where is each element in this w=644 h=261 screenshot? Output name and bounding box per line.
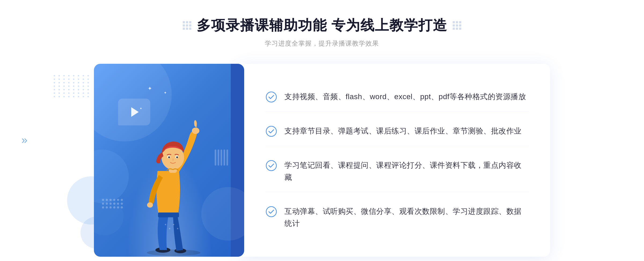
header-decorators: 多项录播课辅助功能 专为线上教学打造 — [183, 16, 461, 35]
feature-text-3: 学习笔记回看、课程提问、课程评论打分、课件资料下载，重点内容收藏 — [284, 159, 529, 184]
deco-circle-1 — [94, 150, 129, 203]
chevron-left-decoration: » — [21, 134, 27, 146]
svg-point-8 — [168, 156, 170, 158]
svg-point-12 — [165, 224, 166, 225]
feature-item-4: 互动弹幕、试听购买、微信分享、观看次数限制、学习进度跟踪、数据统计 — [266, 197, 529, 238]
check-icon-2 — [266, 126, 277, 137]
feature-text-4: 互动弹幕、试听购买、微信分享、观看次数限制、学习进度跟踪、数据统计 — [284, 206, 529, 230]
check-icon-4 — [266, 206, 277, 217]
check-icon-3 — [266, 160, 277, 171]
feature-item-3: 学习笔记回看、课程提问、课程评论打分、课件资料下载，重点内容收藏 — [266, 151, 529, 192]
svg-point-18 — [266, 161, 276, 171]
page-wrapper: document.write(Array(56).fill('<span cla… — [0, 0, 644, 261]
sparkle-2: ✦ — [164, 91, 167, 95]
svg-point-19 — [266, 207, 276, 217]
left-grid-decorator — [183, 21, 191, 30]
check-icon-1 — [266, 91, 277, 103]
feature-text-2: 支持章节目录、弹题考试、课后练习、课后作业、章节测验、批改作业 — [284, 125, 522, 137]
illustration-card: ✦ ✦ ✦ — [94, 64, 244, 257]
feature-card: 支持视频、音频、flash、word、excel、ppt、pdf等各种格式的资源… — [239, 64, 550, 257]
sparkle-1: ✦ — [148, 85, 152, 92]
svg-point-16 — [266, 92, 276, 102]
svg-point-3 — [192, 128, 199, 134]
content-area: ✦ ✦ ✦ — [94, 64, 550, 257]
svg-point-4 — [147, 202, 153, 208]
right-grid-decorator — [453, 21, 461, 30]
feature-text-1: 支持视频、音频、flash、word、excel、ppt、pdf等各种格式的资源… — [284, 91, 526, 103]
page-subtitle: 学习进度全掌握，提升录播课教学效果 — [183, 39, 461, 48]
svg-point-10 — [176, 156, 178, 158]
svg-point-14 — [173, 224, 174, 225]
svg-point-17 — [266, 126, 276, 136]
person-illustration — [128, 101, 219, 257]
feature-item-1: 支持视频、音频、flash、word、excel、ppt、pdf等各种格式的资源… — [266, 82, 529, 112]
svg-rect-11 — [158, 212, 179, 217]
feature-item-2: 支持章节目录、弹题考试、课后练习、课后作业、章节测验、批改作业 — [266, 117, 529, 146]
page-title: 多项录播课辅助功能 专为线上教学打造 — [197, 16, 447, 35]
header-section: 多项录播课辅助功能 专为线上教学打造 学习进度全掌握，提升录播课教学效果 — [183, 16, 461, 48]
svg-point-15 — [177, 228, 178, 229]
blue-vertical-bar — [231, 64, 244, 257]
illustration-dots — [102, 199, 123, 208]
svg-point-0 — [147, 249, 200, 256]
svg-point-13 — [169, 228, 170, 229]
dot-pattern-left: document.write(Array(56).fill('<span cla… — [54, 75, 90, 97]
